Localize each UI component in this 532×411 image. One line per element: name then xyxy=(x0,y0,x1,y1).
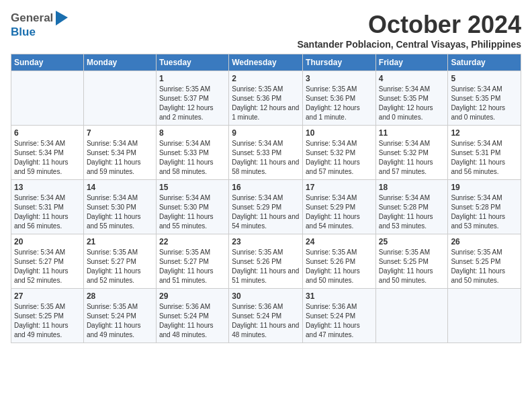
calendar-cell: 6Sunrise: 5:34 AM Sunset: 5:34 PM Daylig… xyxy=(11,126,84,180)
calendar-cell: 16Sunrise: 5:34 AM Sunset: 5:29 PM Dayli… xyxy=(229,180,303,234)
calendar-cell: 2Sunrise: 5:35 AM Sunset: 5:36 PM Daylig… xyxy=(229,71,303,126)
day-number: 4 xyxy=(379,74,445,83)
day-number: 14 xyxy=(87,183,153,192)
day-info: Sunrise: 5:35 AM Sunset: 5:36 PM Dayligh… xyxy=(306,85,373,122)
day-number: 29 xyxy=(159,291,226,301)
title-block: October 2024 Santander Poblacion, Centra… xyxy=(297,11,521,50)
weekday-header-sunday: Sunday xyxy=(11,54,84,71)
calendar-cell: 24Sunrise: 5:35 AM Sunset: 5:26 PM Dayli… xyxy=(303,234,376,289)
location-title: Santander Poblacion, Central Visayas, Ph… xyxy=(297,39,521,50)
calendar-cell: 19Sunrise: 5:34 AM Sunset: 5:28 PM Dayli… xyxy=(448,180,521,234)
day-number: 27 xyxy=(14,291,81,301)
day-number: 20 xyxy=(14,237,81,246)
day-number: 15 xyxy=(159,183,226,192)
weekday-header-saturday: Saturday xyxy=(448,54,521,71)
calendar-cell: 25Sunrise: 5:35 AM Sunset: 5:25 PM Dayli… xyxy=(375,234,448,289)
calendar-cell: 7Sunrise: 5:34 AM Sunset: 5:34 PM Daylig… xyxy=(83,126,156,180)
logo-blue-text: Blue xyxy=(11,26,36,39)
day-info: Sunrise: 5:35 AM Sunset: 5:36 PM Dayligh… xyxy=(232,85,300,122)
day-info: Sunrise: 5:34 AM Sunset: 5:31 PM Dayligh… xyxy=(14,193,81,231)
day-info: Sunrise: 5:36 AM Sunset: 5:24 PM Dayligh… xyxy=(306,302,373,340)
calendar-cell: 18Sunrise: 5:34 AM Sunset: 5:28 PM Dayli… xyxy=(375,180,448,234)
calendar-cell: 20Sunrise: 5:34 AM Sunset: 5:27 PM Dayli… xyxy=(11,234,84,289)
day-number: 19 xyxy=(451,183,518,192)
day-number: 2 xyxy=(232,74,300,83)
logo: General Blue xyxy=(11,11,68,39)
page-header: General Blue October 2024 Santander Pobl… xyxy=(11,11,521,50)
day-number: 8 xyxy=(159,128,226,138)
day-info: Sunrise: 5:34 AM Sunset: 5:27 PM Dayligh… xyxy=(14,248,81,285)
calendar-cell: 10Sunrise: 5:34 AM Sunset: 5:32 PM Dayli… xyxy=(303,126,376,180)
day-number: 1 xyxy=(159,74,226,83)
day-number: 28 xyxy=(87,291,153,301)
day-info: Sunrise: 5:34 AM Sunset: 5:35 PM Dayligh… xyxy=(379,85,445,122)
svg-marker-0 xyxy=(56,11,68,26)
day-number: 22 xyxy=(159,237,226,246)
calendar-cell: 31Sunrise: 5:36 AM Sunset: 5:24 PM Dayli… xyxy=(303,289,376,343)
day-number: 17 xyxy=(306,183,373,192)
day-number: 23 xyxy=(232,237,300,246)
logo-arrow-icon xyxy=(56,11,68,26)
calendar-table: SundayMondayTuesdayWednesdayThursdayFrid… xyxy=(11,54,521,343)
day-info: Sunrise: 5:34 AM Sunset: 5:28 PM Dayligh… xyxy=(451,193,518,231)
day-number: 16 xyxy=(232,183,300,192)
calendar-cell: 3Sunrise: 5:35 AM Sunset: 5:36 PM Daylig… xyxy=(303,71,376,126)
calendar-week-row: 27Sunrise: 5:35 AM Sunset: 5:25 PM Dayli… xyxy=(11,289,521,343)
day-info: Sunrise: 5:34 AM Sunset: 5:28 PM Dayligh… xyxy=(379,193,445,231)
day-info: Sunrise: 5:35 AM Sunset: 5:26 PM Dayligh… xyxy=(232,248,300,285)
day-info: Sunrise: 5:34 AM Sunset: 5:32 PM Dayligh… xyxy=(379,139,445,177)
day-number: 10 xyxy=(306,128,373,138)
calendar-cell: 22Sunrise: 5:35 AM Sunset: 5:27 PM Dayli… xyxy=(156,234,228,289)
day-number: 12 xyxy=(451,128,518,138)
calendar-week-row: 20Sunrise: 5:34 AM Sunset: 5:27 PM Dayli… xyxy=(11,234,521,289)
calendar-cell xyxy=(83,71,156,126)
day-info: Sunrise: 5:35 AM Sunset: 5:27 PM Dayligh… xyxy=(87,248,153,285)
calendar-cell: 8Sunrise: 5:34 AM Sunset: 5:33 PM Daylig… xyxy=(156,126,228,180)
weekday-header-friday: Friday xyxy=(375,54,448,71)
calendar-cell: 9Sunrise: 5:34 AM Sunset: 5:33 PM Daylig… xyxy=(229,126,303,180)
day-info: Sunrise: 5:34 AM Sunset: 5:33 PM Dayligh… xyxy=(159,139,226,177)
day-number: 13 xyxy=(14,183,81,192)
day-number: 9 xyxy=(232,128,300,138)
calendar-cell: 5Sunrise: 5:34 AM Sunset: 5:35 PM Daylig… xyxy=(448,71,521,126)
calendar-cell xyxy=(11,71,84,126)
calendar-cell: 29Sunrise: 5:36 AM Sunset: 5:24 PM Dayli… xyxy=(156,289,228,343)
calendar-cell: 1Sunrise: 5:35 AM Sunset: 5:37 PM Daylig… xyxy=(156,71,228,126)
day-info: Sunrise: 5:35 AM Sunset: 5:25 PM Dayligh… xyxy=(14,302,81,340)
weekday-header-row: SundayMondayTuesdayWednesdayThursdayFrid… xyxy=(11,54,521,71)
calendar-cell: 12Sunrise: 5:34 AM Sunset: 5:31 PM Dayli… xyxy=(448,126,521,180)
day-info: Sunrise: 5:35 AM Sunset: 5:25 PM Dayligh… xyxy=(451,248,518,285)
calendar-cell: 30Sunrise: 5:36 AM Sunset: 5:24 PM Dayli… xyxy=(229,289,303,343)
day-number: 5 xyxy=(451,74,518,83)
calendar-cell: 23Sunrise: 5:35 AM Sunset: 5:26 PM Dayli… xyxy=(229,234,303,289)
day-number: 30 xyxy=(232,291,300,301)
calendar-cell: 14Sunrise: 5:34 AM Sunset: 5:30 PM Dayli… xyxy=(83,180,156,234)
weekday-header-wednesday: Wednesday xyxy=(229,54,303,71)
calendar-cell xyxy=(375,289,448,343)
day-number: 24 xyxy=(306,237,373,246)
calendar-week-row: 13Sunrise: 5:34 AM Sunset: 5:31 PM Dayli… xyxy=(11,180,521,234)
calendar-cell: 28Sunrise: 5:35 AM Sunset: 5:24 PM Dayli… xyxy=(83,289,156,343)
day-number: 18 xyxy=(379,183,445,192)
day-info: Sunrise: 5:34 AM Sunset: 5:34 PM Dayligh… xyxy=(14,139,81,177)
day-info: Sunrise: 5:35 AM Sunset: 5:25 PM Dayligh… xyxy=(379,248,445,285)
day-info: Sunrise: 5:34 AM Sunset: 5:30 PM Dayligh… xyxy=(159,193,226,231)
day-info: Sunrise: 5:35 AM Sunset: 5:27 PM Dayligh… xyxy=(159,248,226,285)
day-info: Sunrise: 5:34 AM Sunset: 5:31 PM Dayligh… xyxy=(451,139,518,177)
day-number: 7 xyxy=(87,128,153,138)
day-number: 6 xyxy=(14,128,81,138)
weekday-header-monday: Monday xyxy=(83,54,156,71)
calendar-cell xyxy=(448,289,521,343)
day-info: Sunrise: 5:35 AM Sunset: 5:26 PM Dayligh… xyxy=(306,248,373,285)
day-info: Sunrise: 5:34 AM Sunset: 5:33 PM Dayligh… xyxy=(232,139,300,177)
weekday-header-thursday: Thursday xyxy=(303,54,376,71)
day-info: Sunrise: 5:34 AM Sunset: 5:34 PM Dayligh… xyxy=(87,139,153,177)
weekday-header-tuesday: Tuesday xyxy=(156,54,228,71)
calendar-cell: 13Sunrise: 5:34 AM Sunset: 5:31 PM Dayli… xyxy=(11,180,84,234)
day-number: 3 xyxy=(306,74,373,83)
day-number: 25 xyxy=(379,237,445,246)
calendar-cell: 27Sunrise: 5:35 AM Sunset: 5:25 PM Dayli… xyxy=(11,289,84,343)
day-info: Sunrise: 5:34 AM Sunset: 5:29 PM Dayligh… xyxy=(306,193,373,231)
day-info: Sunrise: 5:36 AM Sunset: 5:24 PM Dayligh… xyxy=(232,302,300,340)
calendar-cell: 15Sunrise: 5:34 AM Sunset: 5:30 PM Dayli… xyxy=(156,180,228,234)
